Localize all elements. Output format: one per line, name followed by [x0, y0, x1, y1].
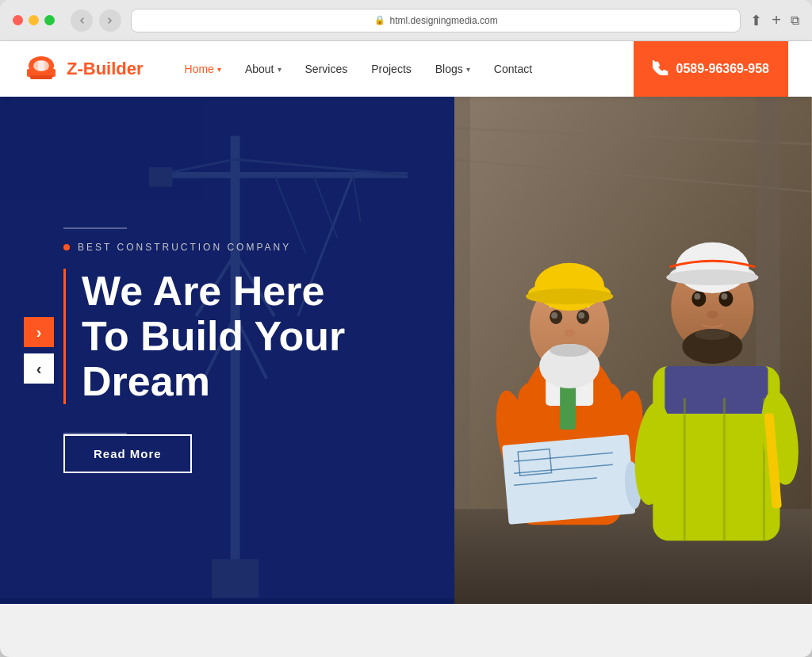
hero-deco-top: [63, 227, 127, 229]
nav-item-projects[interactable]: Projects: [362, 56, 421, 82]
browser-window: 🔒 html.designingmedia.com ⬆ + ⧉: [0, 0, 812, 657]
hero-title: We Are Here To Build Your Dream: [82, 269, 345, 405]
logo[interactable]: Z-Builder: [24, 52, 144, 86]
dot-minimize[interactable]: [29, 15, 39, 25]
svg-point-61: [722, 293, 728, 300]
nav-label-projects: Projects: [371, 63, 412, 75]
nav-item-blogs[interactable]: Blogs ▾: [426, 56, 480, 82]
svg-rect-20: [149, 167, 173, 187]
nav-item-services[interactable]: Services: [296, 56, 358, 82]
svg-rect-51: [665, 366, 768, 414]
forward-button[interactable]: [99, 10, 121, 32]
svg-point-38: [552, 312, 558, 319]
svg-point-60: [695, 293, 701, 300]
hero-title-line1: We Are Here: [82, 268, 324, 314]
nav-item-about[interactable]: About ▾: [236, 56, 291, 82]
back-button[interactable]: [71, 10, 93, 32]
browser-nav: [71, 10, 121, 32]
subtitle-text: BEST CONSTRUCTION COMPANY: [78, 242, 291, 253]
next-arrow-icon: ›: [36, 323, 42, 342]
tabs-icon[interactable]: ⧉: [791, 13, 799, 28]
phone-button[interactable]: 0589-96369-958: [634, 41, 788, 97]
share-icon[interactable]: ⬆: [750, 12, 762, 29]
nav-label-contact: Contact: [494, 63, 532, 75]
slider-next-arrow[interactable]: ›: [24, 317, 54, 347]
nav-label-home: Home: [185, 63, 214, 75]
nav-label-blogs: Blogs: [435, 63, 463, 75]
browser-dots: [13, 15, 55, 25]
slider-prev-arrow[interactable]: ‹: [24, 353, 54, 384]
svg-rect-44: [503, 434, 636, 525]
address-bar[interactable]: 🔒 html.designingmedia.com: [131, 9, 741, 32]
svg-rect-12: [212, 559, 259, 598]
subtitle-dot: [63, 244, 70, 250]
website-content: Z-Builder Home ▾ About ▾ Services Projec…: [0, 41, 812, 604]
svg-point-62: [707, 311, 718, 319]
navbar: Z-Builder Home ▾ About ▾ Services Projec…: [0, 41, 812, 97]
hero-subtitle: BEST CONSTRUCTION COMPANY: [63, 242, 345, 253]
nav-links: Home ▾ About ▾ Services Projects Blogs ▾: [175, 56, 634, 82]
svg-point-35: [550, 344, 590, 357]
read-more-button[interactable]: Read More: [63, 434, 192, 473]
phone-icon: [653, 59, 668, 79]
workers-illustration: [454, 97, 812, 604]
svg-rect-4: [38, 61, 44, 71]
lock-icon: 🔒: [374, 15, 385, 25]
dot-maximize[interactable]: [44, 15, 55, 25]
prev-arrow-icon: ‹: [36, 360, 42, 378]
nav-item-contact[interactable]: Contact: [485, 56, 542, 82]
nav-label-services: Services: [305, 63, 348, 75]
browser-actions: ⬆ + ⧉: [750, 11, 799, 29]
svg-point-40: [565, 329, 576, 337]
hero-title-line3: Dream: [82, 358, 210, 404]
nav-item-home[interactable]: Home ▾: [175, 56, 231, 82]
chevron-down-icon-about: ▾: [278, 65, 282, 74]
svg-point-64: [676, 243, 749, 293]
logo-text: Z-Builder: [67, 59, 144, 79]
dot-close[interactable]: [13, 15, 23, 25]
hero-content: BEST CONSTRUCTION COMPANY We Are Here To…: [0, 227, 393, 474]
workers-scene: [454, 97, 812, 604]
nav-label-about: About: [245, 63, 274, 75]
svg-point-43: [527, 288, 614, 304]
svg-rect-3: [30, 75, 52, 79]
svg-point-65: [667, 269, 759, 285]
url-text: html.designingmedia.com: [390, 15, 498, 26]
svg-point-57: [695, 329, 730, 340]
svg-point-39: [579, 312, 585, 319]
hero-title-bracket: We Are Here To Build Your Dream: [63, 269, 345, 405]
phone-number: 0589-96369-958: [676, 62, 769, 76]
browser-toolbar: 🔒 html.designingmedia.com ⬆ + ⧉: [0, 0, 812, 41]
hero-left-panel: BEST CONSTRUCTION COMPANY We Are Here To…: [0, 97, 454, 604]
hero-right-panel: [454, 97, 812, 604]
logo-icon: [24, 52, 59, 86]
new-tab-icon[interactable]: +: [772, 11, 781, 29]
hero-title-line2: To Build Your: [82, 313, 345, 359]
hero-section: BEST CONSTRUCTION COMPANY We Are Here To…: [0, 97, 812, 604]
chevron-down-icon-blogs: ▾: [466, 65, 470, 74]
chevron-down-icon: ▾: [217, 65, 221, 74]
slider-arrows: › ‹: [24, 317, 54, 384]
